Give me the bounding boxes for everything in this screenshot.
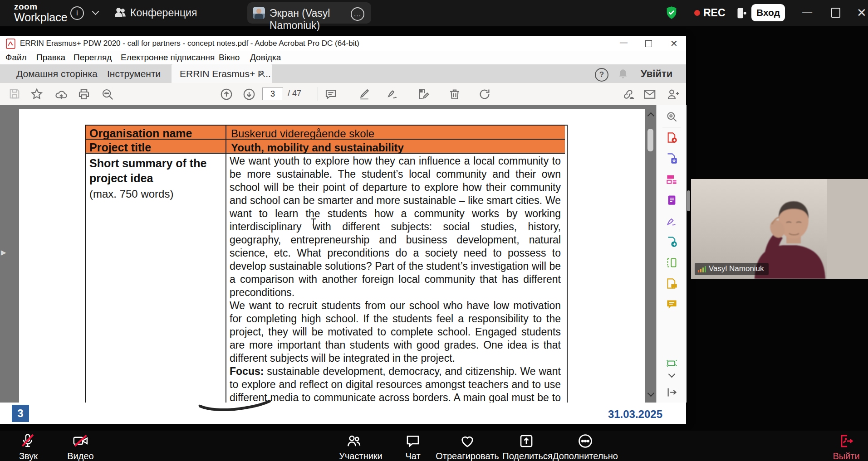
delete-page-icon[interactable]: [448, 87, 461, 101]
more-options-icon[interactable]: …: [351, 7, 364, 21]
acrobat-window: ERRIN Erasmus+ PDW 2020 - call for partn…: [0, 36, 686, 424]
fill-sign-icon[interactable]: [666, 215, 678, 227]
leave-button-label[interactable]: Выйти: [819, 451, 868, 461]
star-icon[interactable]: [30, 87, 44, 101]
save-icon[interactable]: [8, 87, 21, 100]
acrobat-restore-icon[interactable]: [645, 40, 652, 47]
highlight-icon[interactable]: [358, 87, 371, 101]
paragraph-3: sustainable development, democracy, and …: [230, 365, 561, 403]
summary-text: We want youth to explore how they can in…: [230, 155, 561, 403]
menu-esign[interactable]: Електронне підписання: [121, 53, 215, 63]
mute-audio-icon[interactable]: [20, 433, 35, 451]
participants-icon: [113, 5, 127, 21]
participants-button-label[interactable]: Участники: [333, 451, 388, 461]
paragraph-1: We want youth to explore how they can in…: [230, 155, 561, 298]
acrobat-sign-in-link[interactable]: Увійти: [641, 68, 672, 80]
screenshot-root: zoom Workplace i Конференция Экран (Vasy…: [0, 0, 868, 461]
edit-page-icon[interactable]: [417, 87, 430, 101]
tab-home[interactable]: Домашня сторінка: [16, 68, 98, 79]
comment-icon[interactable]: [666, 298, 678, 311]
share-screen-icon[interactable]: [518, 433, 535, 451]
comment-icon[interactable]: [324, 87, 338, 101]
recording-indicator[interactable]: REC: [703, 7, 726, 19]
comment-document-icon[interactable]: [666, 277, 678, 290]
zoom-workplace-logo: Workplace: [14, 11, 68, 24]
reactions-button-label[interactable]: Отреагировать: [433, 451, 501, 461]
minimize-window-button[interactable]: —: [802, 5, 812, 19]
acrobat-menu-bar: Файл Правка Перегляд Електронне підписан…: [0, 51, 686, 64]
previous-page-icon[interactable]: [220, 87, 233, 101]
fill-sign-icon[interactable]: [386, 87, 399, 101]
tab-close-icon[interactable]: ✕: [259, 69, 265, 79]
next-page-icon[interactable]: [242, 87, 256, 101]
restore-window-button[interactable]: [831, 8, 840, 18]
audio-button-label[interactable]: Звук: [5, 451, 52, 461]
zoom-logo: zoom: [14, 2, 38, 12]
tab-document[interactable]: ERRIN Erasmus+ P... ✕: [172, 64, 272, 83]
tab-tools[interactable]: Інструменти: [107, 68, 161, 79]
more-tools-chevron-icon[interactable]: [668, 371, 676, 378]
menu-window[interactable]: Вікно: [219, 53, 240, 63]
video-button-label[interactable]: Видео: [57, 451, 104, 461]
participants-icon[interactable]: [346, 433, 362, 451]
participant-name: Vasyl Namoniuk: [709, 264, 764, 273]
pdf-file-icon: [6, 39, 15, 51]
close-window-button[interactable]: ✕: [857, 6, 867, 19]
search-zoom-icon[interactable]: [101, 87, 114, 101]
menu-file[interactable]: Файл: [5, 53, 27, 63]
stamp-icon[interactable]: [666, 359, 678, 368]
share-button-label[interactable]: Поделиться: [499, 451, 556, 461]
reactions-heart-icon[interactable]: [459, 433, 476, 451]
help-icon[interactable]: ?: [595, 68, 608, 82]
collapse-panel-icon[interactable]: [666, 386, 678, 398]
menu-help[interactable]: Довідка: [250, 53, 281, 63]
share-link-icon[interactable]: [622, 87, 635, 101]
crop-pages-icon[interactable]: [666, 257, 678, 269]
stop-video-icon[interactable]: [72, 433, 90, 451]
zoom-control-bar: Звук Видео 59 Участники Чат Отреагироват…: [0, 431, 868, 461]
chevron-down-icon[interactable]: [92, 8, 99, 15]
chat-icon[interactable]: [405, 433, 421, 451]
side-panel-icon[interactable]: [734, 6, 748, 22]
search-icon[interactable]: [666, 111, 678, 123]
text-cursor: [313, 219, 314, 228]
tab-screen-share[interactable]: Экран (Vasyl Namoniuk) …: [247, 2, 371, 24]
chat-button-label[interactable]: Чат: [395, 451, 431, 461]
page-number-input[interactable]: 3: [262, 87, 283, 100]
more-button-label[interactable]: Дополнительно: [551, 451, 619, 461]
acrobat-minimize-icon[interactable]: —: [620, 38, 628, 47]
left-panel-handle-icon[interactable]: ▶: [1, 248, 6, 257]
leave-meeting-icon[interactable]: [838, 433, 854, 451]
more-options-icon[interactable]: [577, 433, 593, 451]
scrollbar-thumb[interactable]: [647, 129, 653, 151]
window-title: ERRIN Erasmus+ PDW 2020 - call for partn…: [20, 39, 359, 48]
print-icon[interactable]: [77, 87, 91, 101]
participant-video-tile[interactable]: Vasyl Namoniuk: [691, 179, 868, 279]
organize-pages-icon[interactable]: [666, 173, 678, 185]
recording-dot-icon: [694, 10, 700, 16]
acrobat-title-bar: ERRIN Erasmus+ PDW 2020 - call for partn…: [0, 36, 686, 51]
info-icon[interactable]: i: [70, 6, 84, 20]
rotate-page-icon[interactable]: [478, 87, 491, 101]
acrobat-close-icon[interactable]: ✕: [670, 38, 678, 49]
avatar: [253, 7, 265, 19]
menu-view[interactable]: Перегляд: [74, 53, 112, 63]
page-count-label: / 47: [288, 89, 301, 98]
add-account-icon[interactable]: [666, 87, 680, 101]
scroll-down-icon[interactable]: [647, 390, 655, 397]
share-cloud-icon[interactable]: [54, 87, 68, 101]
create-pdf-icon[interactable]: [666, 131, 678, 144]
email-icon[interactable]: [643, 87, 657, 101]
security-shield-icon[interactable]: [665, 6, 678, 21]
send-for-review-icon[interactable]: [666, 236, 678, 248]
export-pdf-icon[interactable]: [666, 152, 678, 165]
footer-date: 31.03.2025: [603, 408, 662, 421]
scroll-up-icon[interactable]: [647, 112, 655, 120]
notifications-bell-icon[interactable]: [617, 68, 629, 82]
scan-ocr-icon[interactable]: [666, 194, 678, 206]
sidebar-divider: [662, 127, 681, 127]
sign-in-button[interactable]: Вход: [751, 4, 785, 21]
page-scroll-indicator[interactable]: [687, 190, 690, 211]
menu-edit[interactable]: Правка: [36, 53, 65, 63]
tab-conference[interactable]: Конференция: [130, 7, 197, 19]
